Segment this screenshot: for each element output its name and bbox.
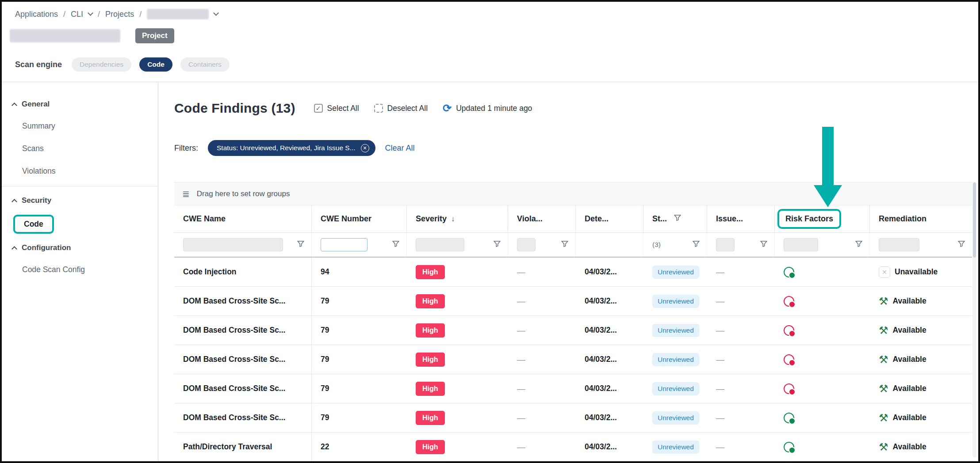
violation-cell: — [517, 267, 525, 277]
findings-table: ≣ Drag here to set row groups CWE Name C… [174, 182, 972, 462]
sort-desc-icon: ↓ [451, 215, 455, 224]
breadcrumb-applications[interactable]: Applications [15, 10, 58, 19]
sidebar: General Summary Scans Violations Securit… [2, 82, 158, 461]
risk-factor-icon[interactable] [784, 296, 794, 307]
risk-factor-icon[interactable] [784, 325, 794, 336]
sidebar-item-summary[interactable]: Summary [2, 115, 158, 137]
remediation-unavailable-icon: ✕ [879, 266, 890, 278]
table-row[interactable]: Code Injection 94 High — 04/03/2... Unre… [174, 258, 972, 287]
clear-all-link[interactable]: Clear All [385, 144, 415, 153]
filter-funnel-icon[interactable] [561, 240, 568, 249]
chevron-up-icon [11, 102, 17, 108]
risk-factor-icon[interactable] [784, 413, 794, 423]
column-header-risk-factors[interactable]: Risk Factors [775, 205, 870, 232]
detected-date-cell: 04/03/2... [585, 326, 617, 335]
cwe-number-cell: 79 [321, 326, 329, 335]
cwe-name-cell: DOM Based Cross-Site Sc... [183, 296, 285, 306]
findings-header: Code Findings (13) ✓ Select All Deselect… [174, 98, 972, 118]
sidebar-section-configuration: Configuration Code Scan Config [2, 237, 158, 281]
refresh-updated[interactable]: ⟳ Updated 1 minute ago [443, 103, 532, 114]
row-group-drop-zone[interactable]: ≣ Drag here to set row groups [174, 182, 972, 205]
issue-cell: — [716, 267, 724, 277]
severity-filter-input[interactable] [416, 238, 464, 251]
risk-factor-icon[interactable] [784, 354, 794, 365]
remediation-available-icon: ⚒ [879, 354, 888, 365]
table-row[interactable]: DOM Based Cross-Site Sc... 79 High — 04/… [174, 345, 972, 374]
scan-engine-code[interactable]: Code [139, 57, 172, 72]
remediation-cell: Available [893, 355, 926, 364]
row-groups-icon: ≣ [182, 189, 190, 199]
sidebar-item-violations[interactable]: Violations [2, 160, 158, 182]
cwe-name-cell: DOM Based Cross-Site Sc... [183, 413, 285, 422]
sidebar-section-security: Security Code [2, 190, 158, 237]
status-badge: Unreviewed [652, 266, 699, 279]
risk-factor-icon[interactable] [784, 267, 794, 277]
violation-cell: — [517, 296, 525, 306]
column-header-detected[interactable]: Dete... [576, 205, 643, 232]
violation-filter-input[interactable] [517, 238, 536, 251]
sidebar-item-code[interactable]: Code [2, 211, 158, 237]
cwe-number-cell: 79 [321, 384, 329, 393]
main-content: Code Findings (13) ✓ Select All Deselect… [158, 82, 978, 461]
sidebar-item-code-scan-config[interactable]: Code Scan Config [2, 258, 158, 281]
filter-funnel-icon[interactable] [760, 240, 767, 249]
filter-funnel-icon[interactable] [674, 214, 681, 224]
select-all-button[interactable]: ✓ Select All [314, 104, 359, 113]
detected-date-cell: 04/03/2... [585, 267, 617, 277]
risk-factor-icon[interactable] [784, 442, 794, 452]
scan-engine-containers[interactable]: Containers [180, 57, 230, 72]
breadcrumb-projects[interactable]: Projects [105, 10, 134, 19]
sidebar-section-general-header[interactable]: General [2, 94, 158, 115]
remediation-available-icon: ⚒ [879, 413, 888, 423]
column-header-remediation[interactable]: Remediation [870, 205, 972, 232]
severity-badge: High [416, 382, 445, 396]
risk-factors-filter-input[interactable] [784, 238, 818, 251]
table-row[interactable]: DOM Based Cross-Site Sc... 79 High — 04/… [174, 316, 972, 345]
table-row[interactable]: DOM Based Cross-Site Sc... 79 High — 04/… [174, 287, 972, 316]
table-row[interactable]: DOM Based Cross-Site Sc... 79 High — 04/… [174, 374, 972, 403]
column-header-severity[interactable]: Severity ↓ [407, 205, 508, 232]
filter-funnel-icon[interactable] [693, 240, 700, 249]
updated-label: Updated 1 minute ago [456, 104, 532, 113]
section-title: General [22, 100, 50, 109]
redacted-project-name [10, 29, 120, 42]
scan-engine-dependencies[interactable]: Dependencies [72, 57, 131, 72]
filter-funnel-icon[interactable] [958, 240, 965, 249]
filter-funnel-icon[interactable] [494, 240, 501, 249]
remove-filter-icon[interactable]: ✕ [361, 144, 369, 152]
vertical-scrollbar [972, 182, 976, 458]
column-header-issue[interactable]: Issue... [707, 205, 775, 232]
column-header-cwe-name[interactable]: CWE Name [174, 205, 312, 232]
filter-funnel-icon[interactable] [392, 240, 399, 249]
status-filter-chip[interactable]: Status: Unreviewed, Reviewed, Jira Issue… [208, 140, 375, 156]
scrollbar-thumb[interactable] [973, 182, 976, 258]
sidebar-item-scans[interactable]: Scans [2, 137, 158, 160]
deselect-all-button[interactable]: Deselect All [374, 104, 428, 113]
chevron-down-icon[interactable] [88, 10, 93, 16]
column-header-violation[interactable]: Viola... [508, 205, 576, 232]
filter-funnel-icon[interactable] [297, 240, 304, 249]
filter-funnel-icon[interactable] [855, 240, 862, 249]
chevron-up-icon [11, 246, 17, 252]
cwe-number-filter-input[interactable] [321, 238, 368, 251]
filter-cell-remediation [870, 233, 972, 257]
breadcrumb-cli[interactable]: CLI [71, 10, 83, 19]
column-header-status[interactable]: St... [643, 205, 707, 232]
table-header-row: CWE Name CWE Number Severity ↓ Viola... … [174, 205, 972, 233]
risk-factor-icon[interactable] [784, 383, 794, 394]
remediation-cell: Available [893, 326, 926, 335]
issue-cell: — [716, 355, 724, 364]
cwe-number-cell: 79 [321, 413, 329, 422]
sidebar-section-configuration-header[interactable]: Configuration [2, 237, 158, 258]
sidebar-section-security-header[interactable]: Security [2, 190, 158, 211]
table-row[interactable]: Path/Directory Traversal 22 High — 04/03… [174, 433, 972, 462]
cwe-name-filter-input[interactable] [183, 238, 283, 251]
breadcrumb-separator: / [139, 10, 142, 19]
select-all-label: Select All [327, 104, 359, 113]
table-row[interactable]: DOM Based Cross-Site Sc... 79 High — 04/… [174, 403, 972, 433]
issue-filter-input[interactable] [716, 238, 735, 251]
remediation-filter-input[interactable] [879, 238, 919, 251]
chevron-down-icon[interactable] [213, 10, 219, 16]
column-header-cwe-number[interactable]: CWE Number [312, 205, 407, 232]
filter-cell-issue [707, 233, 775, 257]
